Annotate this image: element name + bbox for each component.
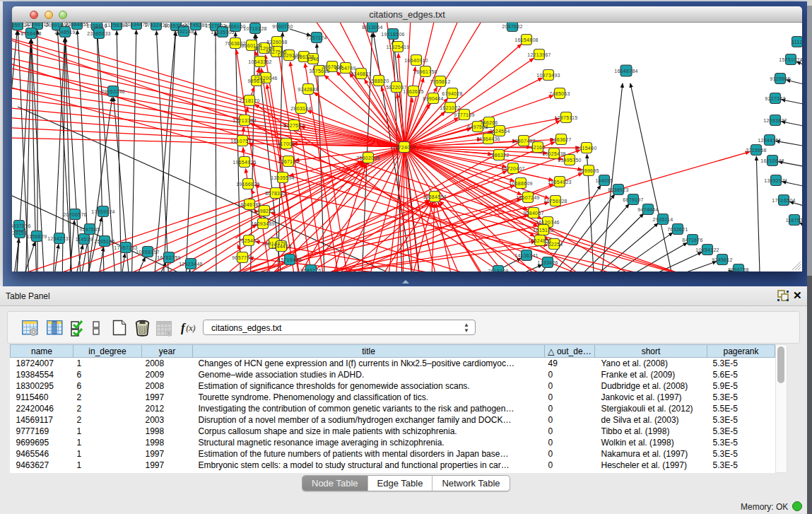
svg-text:8990444: 8990444 (423, 96, 443, 101)
svg-text:8454749: 8454749 (335, 66, 355, 71)
svg-text:2718170: 2718170 (239, 98, 259, 103)
svg-text:6794028: 6794028 (442, 91, 462, 96)
svg-text:17359924: 17359924 (91, 209, 115, 214)
svg-text:1498222: 1498222 (254, 209, 274, 214)
svg-text:144095: 144095 (595, 178, 613, 183)
svg-text:13495750: 13495750 (558, 158, 582, 163)
svg-text:23984655: 23984655 (65, 23, 89, 27)
svg-text:25337856: 25337856 (12, 223, 31, 228)
svg-text:1615132: 1615132 (533, 228, 553, 233)
svg-text:1546: 1546 (307, 57, 319, 62)
svg-text:3267130: 3267130 (278, 159, 298, 164)
svg-text:9297585: 9297585 (79, 227, 100, 232)
svg-text:9960760: 9960760 (272, 24, 293, 29)
svg-text:8678335: 8678335 (265, 191, 286, 196)
svg-text:19166825: 19166825 (236, 182, 260, 187)
svg-text:16648784: 16648784 (614, 69, 638, 74)
svg-text:22745280: 22745280 (184, 23, 208, 28)
svg-text:16782759: 16782759 (157, 255, 181, 260)
svg-text:18607249: 18607249 (516, 195, 540, 200)
svg-text:12213967: 12213967 (527, 52, 551, 57)
svg-text:9657791: 9657791 (232, 255, 252, 260)
svg-text:1621022: 1621022 (440, 105, 460, 110)
svg-text:9242848: 9242848 (298, 87, 318, 92)
svg-text:16154808: 16154808 (514, 37, 539, 42)
svg-text:16046788: 16046788 (237, 202, 261, 207)
svg-text:10543362: 10543362 (248, 59, 272, 64)
svg-text:12213382: 12213382 (233, 118, 257, 123)
svg-text:7618409: 7618409 (488, 269, 508, 271)
svg-text:17016504: 17016504 (772, 198, 796, 203)
svg-text:13535594: 13535594 (271, 175, 295, 180)
svg-text:2595135: 2595135 (94, 239, 114, 244)
svg-text:7632621: 7632621 (667, 227, 688, 232)
svg-text:417006: 417006 (277, 141, 295, 146)
svg-text:9777169: 9777169 (454, 112, 474, 117)
svg-text:7625402: 7625402 (238, 238, 259, 243)
svg-text:8758408: 8758408 (20, 31, 41, 36)
svg-text:12093822: 12093822 (763, 118, 787, 123)
svg-text:8938923: 8938923 (608, 187, 628, 192)
svg-text:8666738: 8666738 (728, 267, 748, 271)
svg-text:25302035: 25302035 (356, 156, 380, 160)
svg-text:1527602: 1527602 (205, 23, 225, 28)
svg-text:1733426: 1733426 (537, 260, 558, 265)
svg-text:16635305: 16635305 (211, 30, 235, 35)
svg-text:18724007: 18724007 (392, 145, 416, 150)
svg-text:39151: 39151 (13, 230, 28, 235)
svg-text:9649276: 9649276 (300, 268, 321, 271)
svg-text:20206576: 20206576 (63, 212, 87, 217)
svg-text:6497568: 6497568 (467, 124, 488, 129)
svg-text:19654923: 19654923 (548, 180, 572, 185)
svg-text:8471676: 8471676 (682, 238, 702, 243)
svg-text:8226058: 8226058 (266, 40, 287, 45)
svg-text:116753: 116753 (786, 218, 802, 223)
svg-text:10654122: 10654122 (695, 247, 719, 252)
svg-text:3215958: 3215958 (746, 148, 766, 153)
svg-text:7485063: 7485063 (549, 91, 570, 96)
svg-text:10958157: 10958157 (136, 250, 160, 255)
svg-text:1112: 1112 (792, 40, 802, 45)
svg-text:12923448: 12923448 (179, 262, 203, 267)
svg-text:989614: 989614 (247, 78, 265, 83)
svg-text:19654925: 19654925 (233, 160, 257, 165)
svg-text:3875685: 3875685 (309, 69, 329, 74)
svg-text:6879197: 6879197 (623, 197, 643, 202)
svg-text:15720407: 15720407 (501, 166, 525, 171)
svg-text:9463627: 9463627 (551, 137, 571, 142)
svg-text:3132148: 3132148 (173, 29, 194, 34)
svg-text:1588520: 1588520 (368, 78, 389, 83)
svg-text:15716485: 15716485 (278, 257, 302, 262)
svg-text:8427552: 8427552 (283, 123, 304, 128)
svg-text:16210643: 16210643 (760, 158, 784, 163)
svg-text:16107573: 16107573 (230, 139, 254, 144)
svg-text:10756928: 10756928 (543, 199, 567, 204)
svg-text:23585633: 23585633 (87, 31, 111, 36)
svg-text:9129966: 9129966 (770, 76, 790, 81)
svg-text:10688609: 10688609 (509, 181, 533, 186)
svg-text:9115460: 9115460 (577, 146, 597, 151)
svg-text:12975115: 12975115 (554, 115, 577, 120)
svg-text:9699695: 9699695 (578, 168, 599, 173)
svg-text:7357224: 7357224 (306, 35, 326, 40)
svg-text:8813054: 8813054 (362, 25, 382, 30)
svg-text:2803144: 2803144 (290, 106, 311, 111)
svg-text:2048519: 2048519 (54, 30, 75, 35)
svg-text:252254: 252254 (545, 242, 563, 247)
svg-text:2935114: 2935114 (653, 217, 673, 222)
svg-text:1156829: 1156829 (27, 234, 47, 239)
svg-text:1144479: 1144479 (271, 244, 292, 249)
svg-text:7986322: 7986322 (488, 153, 509, 158)
svg-text:16961758: 16961758 (413, 69, 437, 74)
svg-text:62160: 62160 (531, 145, 546, 150)
svg-text:(x): (x) (186, 323, 196, 333)
svg-text:1362615: 1362615 (403, 89, 423, 94)
svg-text:9474444: 9474444 (637, 207, 658, 212)
svg-text:12444151: 12444151 (758, 138, 782, 143)
svg-text:9227342: 9227342 (765, 96, 785, 101)
svg-text:746266: 746266 (480, 120, 498, 125)
svg-text:11325419: 11325419 (386, 45, 409, 49)
svg-text:14136141: 14136141 (514, 253, 539, 258)
svg-text:16120746: 16120746 (536, 220, 560, 225)
svg-text:10807487: 10807487 (512, 139, 536, 144)
